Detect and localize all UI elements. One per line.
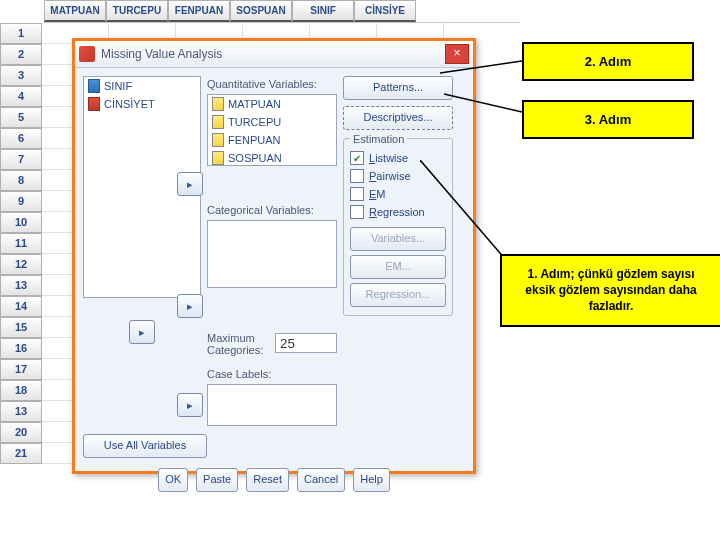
checkbox-icon (350, 187, 364, 201)
quantitative-label: Quantitative Variables: (207, 78, 337, 90)
column-headers: MATPUANTURCEPUFENPUANSOSPUANSINIFCİNSİYE (44, 0, 520, 23)
row-header[interactable]: 13 (0, 401, 42, 422)
dialog-footer: OKPasteResetCancelHelp (75, 462, 473, 498)
scale-icon (212, 133, 224, 147)
maxcat-label: Maximum Categories: (207, 332, 271, 356)
list-item-label: TURCEPU (228, 116, 281, 128)
row-header[interactable]: 8 (0, 170, 42, 191)
row-header[interactable]: 15 (0, 317, 42, 338)
row-header[interactable]: 12 (0, 254, 42, 275)
checkbox-pairwise[interactable]: Pairwise (350, 167, 446, 185)
checkbox-icon: ✔ (350, 151, 364, 165)
list-item-label: SOSPUAN (228, 152, 282, 164)
scale-icon (212, 97, 224, 111)
estimation-group: Estimation ✔ListwisePairwiseEMRegression… (343, 138, 453, 316)
checkbox-listwise[interactable]: ✔Listwise (350, 149, 446, 167)
row-header[interactable]: 1 (0, 23, 42, 44)
row-header[interactable]: 17 (0, 359, 42, 380)
column-header[interactable]: SINIF (292, 0, 354, 22)
missing-value-dialog: Missing Value Analysis × SINIFCİNSİYET ▸… (72, 38, 476, 474)
move-quant-button[interactable]: ▸ (177, 172, 203, 196)
checkbox-em[interactable]: EM (350, 185, 446, 203)
row-header[interactable]: 13 (0, 275, 42, 296)
variables-button: Variables... (350, 227, 446, 251)
move-caselabel-button[interactable]: ▸ (177, 393, 203, 417)
scale-icon (212, 151, 224, 165)
list-item-label: FENPUAN (228, 134, 281, 146)
categorical-list[interactable] (207, 220, 337, 288)
descriptives-button[interactable]: Descriptives... (343, 106, 453, 130)
list-item[interactable]: FENPUAN (208, 131, 336, 149)
help-button[interactable]: Help (353, 468, 390, 492)
annotation-step1: 1. Adım; çünkü gözlem sayısı eksik gözle… (500, 254, 720, 327)
row-header[interactable]: 9 (0, 191, 42, 212)
column-header[interactable]: SOSPUAN (230, 0, 292, 22)
variable-icon (88, 97, 100, 111)
column-header[interactable]: MATPUAN (44, 0, 106, 22)
dialog-titlebar: Missing Value Analysis × (75, 41, 473, 68)
checkbox-label: Pairwise (369, 170, 411, 182)
checkbox-label: Listwise (369, 152, 408, 164)
em-button: EM... (350, 255, 446, 279)
list-item[interactable]: TURCEPU (208, 113, 336, 131)
row-header[interactable]: 10 (0, 212, 42, 233)
caselabels-list[interactable] (207, 384, 337, 426)
checkbox-label: EM (369, 188, 386, 200)
list-item[interactable]: SOSPUAN (208, 149, 336, 166)
checkbox-icon (350, 169, 364, 183)
dialog-title: Missing Value Analysis (101, 47, 445, 61)
row-header[interactable]: 14 (0, 296, 42, 317)
patterns-button[interactable]: Patterns... (343, 76, 453, 100)
checkbox-label: Regression (369, 206, 425, 218)
list-item[interactable]: SINIF (84, 77, 200, 95)
column-header[interactable]: CİNSİYE (354, 0, 416, 22)
use-all-variables-button[interactable]: Use All Variables (83, 434, 207, 458)
quantitative-list[interactable]: MATPUANTURCEPUFENPUANSOSPUAN (207, 94, 337, 166)
annotation-step3: 3. Adım (522, 100, 694, 139)
close-icon[interactable]: × (445, 44, 469, 64)
row-header[interactable]: 3 (0, 65, 42, 86)
row-header[interactable]: 6 (0, 128, 42, 149)
checkbox-icon (350, 205, 364, 219)
row-header[interactable]: 11 (0, 233, 42, 254)
caselabels-label: Case Labels: (207, 368, 337, 380)
app-icon (79, 46, 95, 62)
reset-button[interactable]: Reset (246, 468, 289, 492)
regression-button: Regression... (350, 283, 446, 307)
annotation-step2: 2. Adım (522, 42, 694, 81)
list-item[interactable]: MATPUAN (208, 95, 336, 113)
row-header[interactable]: 18 (0, 380, 42, 401)
row-header[interactable]: 4 (0, 86, 42, 107)
max-categories-input[interactable] (275, 333, 337, 353)
list-item-label: SINIF (104, 80, 132, 92)
row-header[interactable]: 7 (0, 149, 42, 170)
variable-icon (88, 79, 100, 93)
checkbox-regression[interactable]: Regression (350, 203, 446, 221)
row-header[interactable]: 16 (0, 338, 42, 359)
list-item-label: CİNSİYET (104, 98, 155, 110)
row-header[interactable]: 21 (0, 443, 42, 464)
row-header[interactable]: 2 (0, 44, 42, 65)
paste-button[interactable]: Paste (196, 468, 238, 492)
cancel-button[interactable]: Cancel (297, 468, 345, 492)
scale-icon (212, 115, 224, 129)
column-header[interactable]: TURCEPU (106, 0, 168, 22)
estimation-legend: Estimation (350, 133, 407, 145)
move-right-button[interactable]: ▸ (129, 320, 155, 344)
row-header[interactable]: 20 (0, 422, 42, 443)
column-header[interactable]: FENPUAN (168, 0, 230, 22)
categorical-label: Categorical Variables: (207, 204, 337, 216)
list-item-label: MATPUAN (228, 98, 281, 110)
ok-button[interactable]: OK (158, 468, 188, 492)
list-item[interactable]: CİNSİYET (84, 95, 200, 113)
move-cat-button[interactable]: ▸ (177, 294, 203, 318)
row-header[interactable]: 5 (0, 107, 42, 128)
